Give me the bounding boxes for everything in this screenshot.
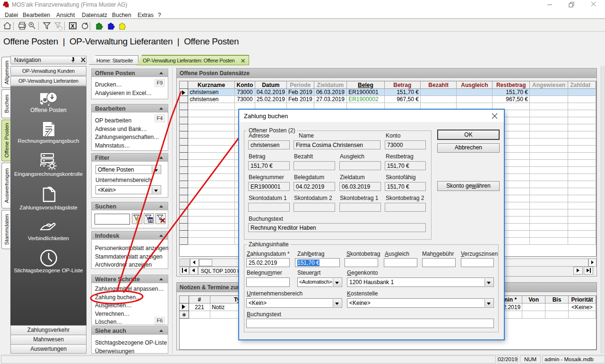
svg-text:X: X [71, 23, 75, 29]
